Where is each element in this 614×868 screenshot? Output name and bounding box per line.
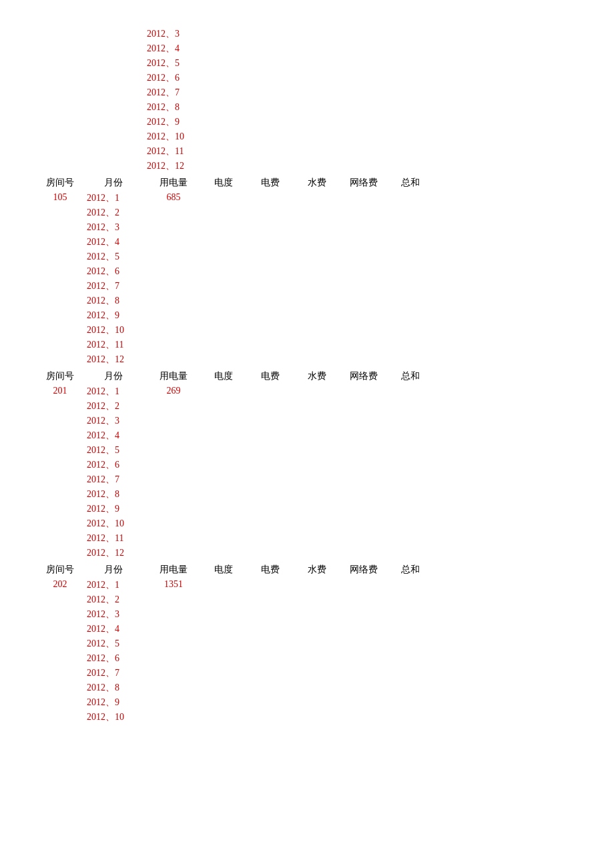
usage-cell: 1351 xyxy=(147,579,200,591)
table-header: 房间号 月份 用电量 电度 电费 水费 网络费 总和 xyxy=(40,368,574,384)
table-row: 2012、8 xyxy=(40,681,574,695)
col-net-header: 网络费 xyxy=(340,177,387,189)
month-cell: 2012、7 xyxy=(80,280,147,292)
col-month-header: 月份 xyxy=(80,177,147,189)
month-cell: 2012、9 xyxy=(80,310,147,322)
col-usage-header: 用电量 xyxy=(147,370,200,382)
month-label: 2012、5 xyxy=(147,57,214,69)
month-cell: 2012、7 xyxy=(80,667,147,679)
table-row: 2012、2 xyxy=(40,399,574,414)
table-row: 2012、11 xyxy=(40,531,574,546)
table-row: 2012、10 xyxy=(40,516,574,531)
month-cell: 2012、6 xyxy=(80,266,147,278)
col-elec-header: 电度 xyxy=(200,177,247,189)
col-efee-header: 电费 xyxy=(247,177,294,189)
usage-cell: 269 xyxy=(147,386,200,398)
list-item: 2012、3 xyxy=(40,27,574,41)
table-row: 105 2012、1 685 xyxy=(40,191,574,205)
table-row: 2012、9 xyxy=(40,502,574,516)
month-cell: 2012、9 xyxy=(80,503,147,515)
table-row: 2012、6 xyxy=(40,264,574,279)
month-cell: 2012、6 xyxy=(80,653,147,665)
table-row: 2012、11 xyxy=(40,338,574,352)
month-cell: 2012、10 xyxy=(80,518,147,530)
table-row: 2012、4 xyxy=(40,622,574,636)
month-cell: 2012、2 xyxy=(80,400,147,412)
month-cell: 2012、3 xyxy=(80,222,147,234)
table-header: 房间号 月份 用电量 电度 电费 水费 网络费 总和 xyxy=(40,175,574,191)
month-cell: 2012、4 xyxy=(80,430,147,442)
col-total-header: 总和 xyxy=(387,177,434,189)
table-row: 2012、3 xyxy=(40,414,574,428)
table-header: 房间号 月份 用电量 电度 电费 水费 网络费 总和 xyxy=(40,562,574,578)
col-elec-header: 电度 xyxy=(200,370,247,382)
room-number: 105 xyxy=(40,192,80,204)
water-cell xyxy=(294,192,340,204)
list-item: 2012、7 xyxy=(40,85,574,100)
table-row: 2012、6 xyxy=(40,458,574,472)
month-cell: 2012、12 xyxy=(80,354,147,366)
col-total-header: 总和 xyxy=(387,564,434,576)
list-item: 2012、10 xyxy=(40,129,574,144)
month-cell: 2012、3 xyxy=(80,415,147,427)
col-month-header: 月份 xyxy=(80,370,147,382)
list-item: 2012、11 xyxy=(40,144,574,159)
month-label: 2012、9 xyxy=(147,116,214,128)
section-room-202: 房间号 月份 用电量 电度 电费 水费 网络费 总和 202 2012、1 13… xyxy=(40,562,574,725)
month-cell: 2012、8 xyxy=(80,682,147,694)
table-row: 2012、4 xyxy=(40,235,574,250)
month-cell: 2012、2 xyxy=(80,594,147,606)
total-cell xyxy=(387,192,434,204)
list-item: 2012、4 xyxy=(40,41,574,56)
month-cell: 2012、1 xyxy=(80,579,147,591)
efee-cell xyxy=(247,192,294,204)
month-label: 2012、4 xyxy=(147,43,214,55)
trailing-section: 2012、3 2012、4 2012、5 2012、6 2012、7 2012、… xyxy=(40,27,574,173)
table-row: 2012、4 xyxy=(40,428,574,443)
month-cell: 2012、5 xyxy=(80,251,147,263)
table-row: 2012、10 xyxy=(40,323,574,338)
room-number: 201 xyxy=(40,386,80,398)
section-room-201: 房间号 月份 用电量 电度 电费 水费 网络费 总和 201 2012、1 26… xyxy=(40,368,574,560)
net-cell xyxy=(340,192,387,204)
col-net-header: 网络费 xyxy=(340,370,387,382)
month-cell: 2012、1 xyxy=(80,386,147,398)
col-efee-header: 电费 xyxy=(247,370,294,382)
col-room-header: 房间号 xyxy=(40,177,80,189)
month-label: 2012、6 xyxy=(147,72,214,84)
month-cell: 2012、3 xyxy=(80,608,147,620)
table-row: 2012、7 xyxy=(40,279,574,294)
month-cell: 2012、7 xyxy=(80,474,147,486)
month-label: 2012、10 xyxy=(147,131,214,143)
list-item: 2012、9 xyxy=(40,115,574,129)
table-row: 2012、7 xyxy=(40,472,574,487)
list-item: 2012、6 xyxy=(40,71,574,85)
table-row: 2012、6 xyxy=(40,651,574,666)
col-room-header: 房间号 xyxy=(40,564,80,576)
col-elec-header: 电度 xyxy=(200,564,247,576)
month-cell: 2012、8 xyxy=(80,295,147,307)
table-row: 201 2012、1 269 xyxy=(40,384,574,399)
col-efee-header: 电费 xyxy=(247,564,294,576)
month-label: 2012、7 xyxy=(147,87,214,99)
table-row: 202 2012、1 1351 xyxy=(40,578,574,592)
table-row: 2012、8 xyxy=(40,294,574,308)
month-cell: 2012、10 xyxy=(80,324,147,336)
col-month-header: 月份 xyxy=(80,564,147,576)
col-total-header: 总和 xyxy=(387,370,434,382)
month-cell: 2012、5 xyxy=(80,638,147,650)
table-row: 2012、5 xyxy=(40,443,574,458)
list-item: 2012、12 xyxy=(40,159,574,173)
month-cell: 2012、10 xyxy=(80,711,147,723)
col-water-header: 水费 xyxy=(294,564,340,576)
section-room-105: 房间号 月份 用电量 电度 电费 水费 网络费 总和 105 2012、1 68… xyxy=(40,175,574,367)
col-usage-header: 用电量 xyxy=(147,177,200,189)
table-row: 2012、8 xyxy=(40,487,574,502)
table-row: 2012、2 xyxy=(40,205,574,220)
main-content: 2012、3 2012、4 2012、5 2012、6 2012、7 2012、… xyxy=(40,27,574,725)
col-net-header: 网络费 xyxy=(340,564,387,576)
month-cell: 2012、11 xyxy=(80,532,147,544)
table-row: 2012、10 xyxy=(40,710,574,725)
month-cell: 2012、9 xyxy=(80,697,147,709)
room-number xyxy=(40,207,80,219)
